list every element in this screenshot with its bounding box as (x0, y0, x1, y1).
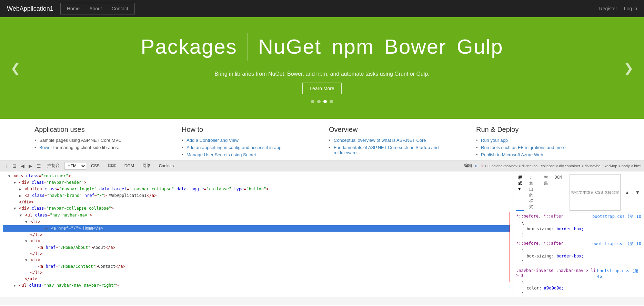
devtools-tab-html-select[interactable]: HTML (64, 162, 86, 170)
section-title-run-deploy: Run & Deploy (476, 126, 610, 134)
list-item: Add an appsetting in config and access i… (182, 145, 315, 150)
style-rule-2: *::before, *::after bootstrap.css (第 10 … (516, 241, 641, 265)
dom-panel: ▼ <div class="container"> ▼ <div class="… (0, 171, 513, 297)
bower-link[interactable]: Bower (39, 145, 52, 150)
collapse-triangle[interactable]: ▼ (14, 207, 16, 210)
indicator-3[interactable] (330, 100, 333, 103)
style-collapse-icon[interactable]: ▼ (634, 174, 641, 211)
style-selector: *::before, *::after (516, 214, 563, 220)
navbar-brand[interactable]: WebApplication1 (7, 5, 53, 12)
conceptual-overview-link[interactable]: Conceptual overview of what is ASP.NET C… (334, 138, 426, 143)
login-link[interactable]: Log in (624, 6, 637, 11)
dom-line: ▼ <div class="navbar-header"> (3, 179, 510, 186)
style-source[interactable]: bootstrap.css (第 10 (592, 214, 641, 220)
navbar: WebApplication1 Home About Contact Regis… (0, 0, 644, 17)
list-item: Add a Controller and View (182, 138, 315, 143)
style-expand-icon[interactable]: ▲ (623, 174, 631, 211)
devtools-list-icon[interactable]: ☰ (35, 162, 42, 169)
learn-more-button[interactable]: Learn More (302, 83, 342, 94)
style-line: { (516, 279, 641, 285)
collapse-triangle[interactable]: ▶ (14, 284, 16, 287)
style-tab-dom[interactable]: DOM (553, 174, 564, 211)
dom-attr: class (26, 173, 38, 178)
devtools-tab-dom[interactable]: DOM (121, 162, 138, 170)
indicator-2[interactable] (323, 100, 327, 103)
collapse-triangle[interactable]: ▶ (19, 194, 21, 198)
breadcrumb-html: html (634, 164, 641, 168)
nav-link-contact[interactable]: Contact (107, 4, 133, 13)
devtools-edit-link[interactable]: a (475, 163, 477, 168)
fundamentals-link[interactable]: Fundamentals of ASP.NET Core such as Sta… (334, 145, 439, 155)
section-list-run-deploy: Run your app Run tools such as EF migrat… (476, 138, 610, 157)
register-link[interactable]: Register (599, 6, 617, 11)
collapse-triangle[interactable]: ▶ (19, 187, 21, 191)
add-controller-link[interactable]: Add a Controller and View (187, 138, 239, 143)
style-line: } (516, 232, 641, 238)
style-line: box-sizing: border-box; (516, 253, 641, 259)
manage-secrets-link[interactable]: Manage User Secrets using Secret (187, 152, 256, 157)
dom-line: ▼ <li> (3, 219, 510, 225)
collapse-triangle[interactable]: ▶ (46, 226, 48, 230)
devtools-tab-network[interactable]: 网络 (139, 161, 154, 170)
style-line: } (516, 291, 641, 297)
collapse-triangle[interactable]: ▼ (14, 181, 16, 184)
section-application-uses: Application uses Sample pages using ASP.… (34, 126, 168, 153)
nav-link-about[interactable]: About (84, 4, 107, 13)
section-list-how-to: Add a Controller and View Add an appsett… (182, 138, 315, 157)
section-title-overview: Overview (329, 126, 462, 134)
carousel-title-npm: npm (332, 35, 374, 59)
devtools-tab-script[interactable]: 脚本 (104, 161, 120, 170)
devtools-back-icon[interactable]: ◀ (19, 162, 26, 169)
list-item: Publish to Microsoft Azure Web... (476, 152, 610, 157)
dom-line: </li> (3, 251, 510, 257)
dom-line: </li> (3, 232, 510, 238)
style-rule-1: *::before, *::after bootstrap.css (第 10 … (516, 214, 641, 238)
collapse-triangle[interactable]: ▼ (25, 239, 27, 243)
style-line: box-sizing: border-box; (516, 226, 641, 232)
collapse-triangle[interactable]: ▼ (8, 174, 10, 178)
carousel-next-button[interactable]: ❯ (620, 57, 637, 79)
style-line: color: #9d9d9d; (516, 285, 641, 291)
indicator-0[interactable] (311, 100, 314, 103)
publish-azure-link[interactable]: Publish to Microsoft Azure Web... (481, 152, 547, 157)
devtools-panel: ⊹ ⊡ ◀ ▶ ☰ 控制台 HTML CSS 脚本 DOM 网络 Cookies… (0, 160, 644, 305)
collapse-triangle[interactable]: ▼ (25, 220, 27, 224)
style-rule-3: .navbar-inverse .navbar-nav > li > a boo… (516, 268, 641, 297)
devtools-inspect-icon[interactable]: ⊡ (11, 162, 18, 169)
collapse-triangle[interactable]: ▼ (25, 258, 27, 262)
carousel-title-divider (248, 33, 248, 61)
style-search-input[interactable] (570, 174, 621, 211)
style-tab-styles[interactable]: 样式 ▼ (516, 174, 524, 211)
nav-link-home[interactable]: Home (62, 4, 84, 13)
style-line: { (516, 247, 641, 253)
style-source[interactable]: bootstrap.css (第 46 (597, 268, 641, 279)
add-appsetting-link[interactable]: Add an appsetting in config and access i… (187, 145, 283, 150)
style-selector: *::before, *::after (516, 241, 563, 247)
style-tab-layout[interactable]: 布局 (542, 174, 550, 211)
devtools-tab-cookies[interactable]: Cookies (155, 162, 177, 170)
devtools-edit-label: 编辑 (464, 163, 472, 169)
carousel-title-nuget: NuGet (258, 35, 321, 59)
collapse-triangle[interactable]: ▼ (20, 213, 22, 217)
section-list-application-uses: Sample pages using ASP.NET Core MVC Bowe… (34, 138, 168, 150)
dom-line: <a href="/Home/Contact">Contact</a> (3, 263, 510, 270)
breadcrumb-div2: div.container (559, 164, 581, 168)
dom-line: ▶ <a class="navbar-brand" href="/"> WebA… (3, 192, 510, 199)
style-source[interactable]: bootstrap.css (第 10 (592, 241, 641, 247)
section-title-application-uses: Application uses (34, 126, 168, 134)
devtools-tab-console[interactable]: 控制台 (44, 161, 63, 170)
devtools-toolbar: ⊹ ⊡ ◀ ▶ ☰ 控制台 HTML CSS 脚本 DOM 网络 Cookies… (0, 160, 644, 171)
indicator-1[interactable] (317, 100, 321, 103)
carousel-prev-button[interactable]: ❮ (7, 57, 24, 79)
style-tab-computed[interactable]: 计算出的样式 (527, 174, 539, 211)
breadcrumb-sep6: < (631, 164, 634, 168)
devtools-tab-css[interactable]: CSS (88, 162, 103, 170)
devtools-forward-icon[interactable]: ▶ (27, 162, 34, 169)
devtools-cursor-icon[interactable]: ⊹ (3, 162, 10, 169)
carousel-description: Bring in libraries from NuGet, Bower, an… (141, 71, 503, 77)
dom-line: </ul> (3, 276, 510, 282)
run-app-link[interactable]: Run your app (481, 138, 508, 143)
dom-tag: <div (13, 173, 26, 178)
run-tools-link[interactable]: Run tools such as EF migrations and more (481, 145, 566, 150)
carousel-title-gulp: Gulp (457, 35, 503, 59)
